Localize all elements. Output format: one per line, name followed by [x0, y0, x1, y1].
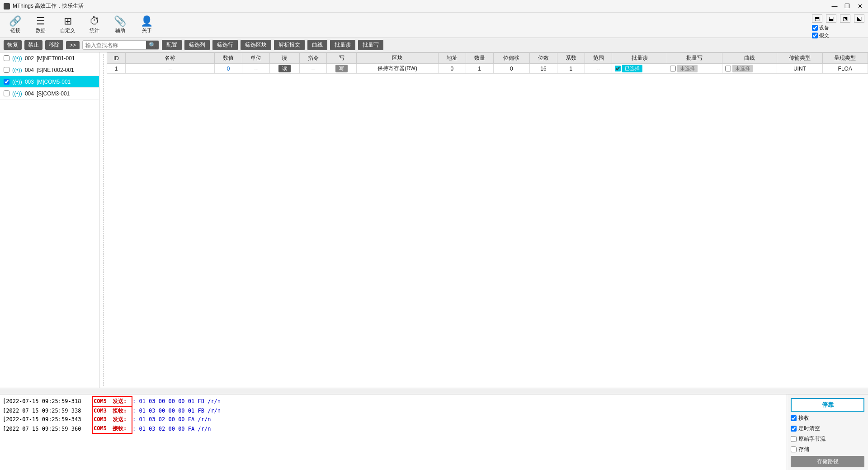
topright-icon-2[interactable]: ⬓ — [826, 14, 836, 23]
config-button[interactable]: 配置 — [162, 40, 182, 50]
batch-read-checkbox[interactable] — [615, 66, 621, 71]
table-scroll[interactable]: ID 名称 数值 单位 读 指令 写 区块 地址 数量 位偏移 位数 系数 范围 — [107, 52, 868, 388]
store-checkbox-row[interactable]: 存储 — [791, 446, 864, 453]
read-btn[interactable]: 读 — [278, 65, 291, 72]
wifi-icon-3: ((•)) — [12, 90, 22, 97]
store-path-button[interactable]: 存储路径 — [791, 456, 864, 467]
close-button[interactable]: ✕ — [855, 2, 864, 11]
curve-status: 未选择 — [732, 65, 753, 72]
sidebar-item-3[interactable]: ((•)) 004 [S]COM3-001 — [0, 88, 99, 100]
search-input[interactable] — [83, 41, 146, 49]
report-label: 报文 — [819, 32, 829, 39]
log-port-dir-1: COM3 接收: — [92, 407, 132, 415]
toolbar-custom[interactable]: ⊞ 自定义 — [57, 14, 79, 36]
restore-button[interactable]: ❐ — [843, 2, 852, 11]
batch-write-button[interactable]: 批量写 — [358, 40, 383, 50]
restore-button[interactable]: 恢复 — [4, 40, 22, 50]
curve-checkbox[interactable] — [725, 66, 731, 71]
sidebar-item-1[interactable]: ((•)) 004 [S]NET002-001 — [0, 64, 99, 76]
log-port-0: COM5 — [94, 397, 113, 406]
data-icon: ☰ — [36, 16, 45, 26]
sidebar-seq-2: 003 — [25, 79, 34, 85]
sidebar-checkbox-2[interactable] — [4, 79, 9, 85]
batch-write-label[interactable]: 未选择 — [670, 65, 719, 72]
col-batch-write: 批量写 — [667, 53, 722, 64]
batch-write-checkbox[interactable] — [670, 66, 676, 71]
stop-button[interactable]: 禁止 — [24, 40, 42, 50]
cell-addr: 0 — [438, 64, 466, 74]
cell-range: -- — [585, 64, 612, 74]
receive-checkbox[interactable] — [791, 415, 797, 421]
log-dir-3: 接收: — [113, 424, 131, 433]
log-port-3: COM5 — [94, 424, 113, 433]
cell-trans-type: UINT — [777, 64, 822, 74]
parse-msg-button[interactable]: 解析报文 — [274, 40, 305, 50]
stats-icon: ⏱ — [90, 16, 99, 26]
raw-bytes-label: 原始字节流 — [798, 435, 826, 443]
sidebar-item-2[interactable]: ((•)) 003 [M]COM5-001 — [0, 76, 99, 88]
cell-batch-write[interactable]: 未选择 — [667, 64, 722, 74]
title-bar-controls: — ❐ ✕ — [830, 2, 864, 11]
minimize-button[interactable]: — — [830, 2, 839, 11]
app-logo — [4, 3, 10, 9]
log-port-dir-0: COM5 发送: — [93, 397, 132, 406]
bottom-right-controls: 停靠 接收 定时清空 原始字节流 存储 存储路径 立即清空 筛选链接 — [787, 394, 868, 470]
filter-row-button[interactable]: 筛选行 — [212, 40, 238, 50]
write-btn[interactable]: 写 — [335, 65, 348, 72]
sidebar-checkbox-3[interactable] — [4, 90, 9, 96]
col-display-type: 呈现类型 — [822, 53, 868, 64]
cell-write[interactable]: 写 — [327, 64, 357, 74]
sidebar-item-0[interactable]: ((•)) 002 [M]NET001-001 — [0, 52, 99, 64]
log-time-2: [2022-07-15 09:25:59-343 — [3, 415, 91, 424]
cell-batch-read[interactable]: 已选择 — [612, 64, 667, 74]
log-data-1: : 01 03 00 00 00 01 FB /r/n — [132, 407, 221, 415]
custom-label: 自定义 — [60, 27, 75, 34]
sidebar-checkbox-1[interactable] — [4, 67, 9, 73]
col-unit: 单位 — [242, 53, 270, 64]
raw-bytes-checkbox-row[interactable]: 原始字节流 — [791, 435, 864, 443]
curve-label[interactable]: 未选择 — [725, 65, 774, 72]
topright-icon-3[interactable]: ⬔ — [840, 14, 850, 23]
toolbar-about[interactable]: 👤 关于 — [137, 14, 156, 36]
log-line-3: [2022-07-15 09:25:59-360 COM5 接收: : 01 0… — [3, 424, 221, 434]
toolbar-assist[interactable]: 📎 辅助 — [110, 14, 130, 36]
more-button[interactable]: >> — [66, 41, 80, 49]
log-line-2: [2022-07-15 09:25:59-343 COM3 发送: : 01 0… — [3, 415, 221, 424]
filter-col-button[interactable]: 筛选列 — [184, 40, 210, 50]
col-bit-offset: 位偏移 — [493, 53, 530, 64]
device-checkbox[interactable] — [812, 25, 818, 31]
toolbar-stats[interactable]: ⏱ 统计 — [86, 14, 103, 36]
col-coeff: 系数 — [557, 53, 585, 64]
data-label: 数据 — [36, 27, 46, 34]
cell-read[interactable]: 读 — [269, 64, 299, 74]
device-checkbox-row[interactable]: 设备 — [812, 24, 864, 31]
remove-button[interactable]: 移除 — [45, 40, 63, 50]
dock-button[interactable]: 停靠 — [791, 398, 864, 412]
filter-block-button[interactable]: 筛选区块 — [241, 40, 271, 50]
store-checkbox[interactable] — [791, 446, 797, 452]
topright-icon-4[interactable]: ⬕ — [854, 14, 864, 23]
main-toolbar: 🔗 链接 ☰ 数据 ⊞ 自定义 ⏱ 统计 📎 辅助 👤 关于 ⬒ ⬓ ⬔ ⬕ 设… — [0, 13, 868, 38]
sidebar-list: ((•)) 002 [M]NET001-001 ((•)) 004 [S]NET… — [0, 52, 99, 388]
hscroll-bar[interactable] — [99, 389, 868, 394]
cell-display-type: FLOA — [822, 64, 868, 74]
raw-bytes-checkbox[interactable] — [791, 436, 797, 442]
toolbar-link[interactable]: 🔗 链接 — [5, 14, 25, 36]
batch-read-label[interactable]: 已选择 — [615, 65, 664, 72]
report-checkbox-row[interactable]: 报文 — [812, 32, 864, 39]
timer-clear-checkbox-row[interactable]: 定时清空 — [791, 425, 864, 432]
toolbar-data[interactable]: ☰ 数据 — [32, 14, 49, 36]
receive-checkbox-row[interactable]: 接收 — [791, 414, 864, 422]
log-container: [2022-07-15 09:25:59-318 COM5 发送: : 01 0… — [3, 396, 221, 434]
search-button[interactable]: 🔍 — [146, 41, 159, 49]
timer-clear-checkbox[interactable] — [791, 426, 797, 432]
curve-button[interactable]: 曲线 — [307, 40, 327, 50]
batch-read-button[interactable]: 批量读 — [330, 40, 355, 50]
topright-icon-1[interactable]: ⬒ — [812, 14, 822, 23]
hscroll-area[interactable] — [0, 388, 868, 394]
col-count: 数量 — [466, 53, 493, 64]
link-icon: 🔗 — [9, 16, 21, 26]
cell-curve[interactable]: 未选择 — [722, 64, 777, 74]
report-checkbox[interactable] — [812, 33, 818, 38]
sidebar-checkbox-0[interactable] — [4, 55, 9, 61]
